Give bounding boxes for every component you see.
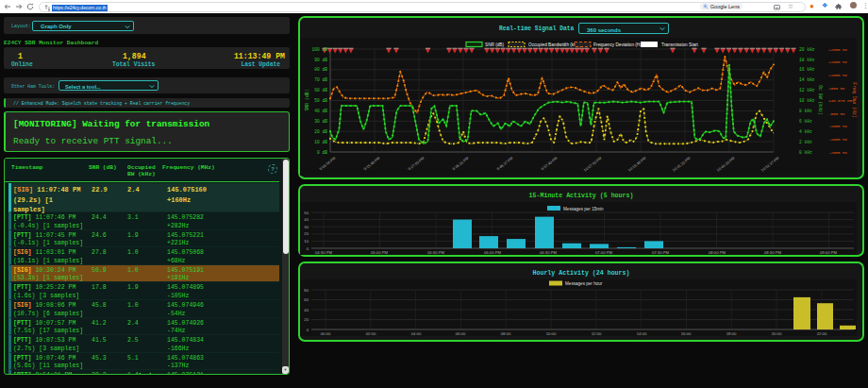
svg-text:40 dB: 40 dB [314,109,327,113]
svg-text:14:00: 14:00 [637,331,647,336]
svg-text:00:00: 00:00 [321,331,331,336]
svg-text:16:00: 16:00 [681,331,692,336]
svg-text:Messages per hour: Messages per hour [565,281,603,286]
svg-text:-500 Hz: -500 Hz [828,112,845,116]
svg-text:SNR (dB): SNR (dB) [305,89,309,110]
svg-text:-2000 Hz: -2000 Hz [828,151,848,155]
svg-text:22:00: 22:00 [817,331,827,336]
svg-text:100 dB: 100 dB [311,47,327,52]
svg-text:8 kHz: 8 kHz [799,109,812,113]
svg-text:12:00: 12:00 [592,331,602,336]
svg-text:20 dB: 20 dB [314,129,327,134]
svg-text:05:00 PM: 05:00 PM [371,250,388,255]
svg-text:Messages per 15min: Messages per 15min [563,207,604,211]
svg-text:20: 20 [304,231,309,236]
svg-text:50: 50 [304,211,309,215]
svg-text:20: 20 [304,317,309,322]
svg-text:06:00 PM: 06:00 PM [484,250,501,255]
svg-text:10: 10 [304,239,309,244]
svg-text:60: 60 [304,297,309,302]
svg-text:30 dB: 30 dB [314,119,327,124]
svg-text:Transmission Start: Transmission Start [661,42,699,47]
svg-text:06:30 PM: 06:30 PM [540,250,557,255]
svg-text:10:00: 10:00 [546,331,557,336]
svg-text:12 kHz: 12 kHz [799,88,815,93]
svg-text:+1000 Hz: +1000 Hz [828,74,848,77]
svg-text:Oc BW (kHz): Oc BW (kHz) [818,85,823,115]
svg-text:0 kHz: 0 kHz [799,150,812,155]
svg-text:0 dB: 0 dB [317,150,327,155]
svg-text:90 dB: 90 dB [314,58,327,62]
svg-text:+1500 Hz: +1500 Hz [828,60,848,64]
svg-text:02:00: 02:00 [366,331,376,336]
svg-text:Frequency Deviation (Hz): Frequency Deviation (Hz) [593,42,644,47]
svg-text:20:00: 20:00 [772,331,782,336]
svg-text:08:00: 08:00 [501,331,511,336]
svg-text:18:00: 18:00 [726,331,737,336]
svg-text:04:00: 04:00 [411,331,422,336]
svg-text:Freq Dev (Hz): Freq Dev (Hz) [852,82,857,118]
svg-text:50 dB: 50 dB [314,98,327,103]
svg-text:30: 30 [304,225,309,229]
svg-text:08:30 PM: 08:30 PM [764,250,781,255]
svg-text:2 kHz: 2 kHz [799,140,812,144]
svg-text:40: 40 [304,217,309,222]
svg-text:4 kHz: 4 kHz [799,129,812,134]
svg-text:06:00: 06:00 [456,331,466,336]
svg-text:Occupied Bandwidth (kHz): Occupied Bandwidth (kHz) [528,42,581,47]
svg-text:14 kHz: 14 kHz [799,77,815,82]
svg-text:07:00 PM: 07:00 PM [595,250,612,255]
svg-text:SNR (dB): SNR (dB) [485,42,504,47]
svg-text:16 kHz: 16 kHz [799,67,815,72]
svg-text:+2000 Hz: +2000 Hz [828,48,848,52]
svg-text:-1500 Hz: -1500 Hz [828,138,848,142]
svg-text:+500 Hz: +500 Hz [828,87,845,91]
svg-text:70 dB: 70 dB [314,77,327,82]
svg-text:20 kHz: 20 kHz [799,47,815,52]
svg-text:-1000 Hz: -1000 Hz [828,125,848,128]
svg-text:145.075 MHz: 145.075 MHz [828,99,855,103]
svg-text:10 dB: 10 dB [314,140,327,144]
svg-text:18 kHz: 18 kHz [799,58,815,62]
svg-text:04:30 PM: 04:30 PM [315,250,332,255]
svg-text:10 kHz: 10 kHz [799,98,815,103]
svg-text:08:00 PM: 08:00 PM [709,250,726,255]
svg-text:05:30 PM: 05:30 PM [427,250,444,255]
svg-text:80 dB: 80 dB [314,67,327,72]
svg-text:07:30 PM: 07:30 PM [652,250,669,255]
svg-text:6 kHz: 6 kHz [799,119,812,124]
svg-text:80: 80 [304,288,309,293]
svg-text:60 dB: 60 dB [314,88,327,93]
svg-text:40: 40 [304,308,309,312]
svg-text:09:00 PM: 09:00 PM [820,250,837,255]
